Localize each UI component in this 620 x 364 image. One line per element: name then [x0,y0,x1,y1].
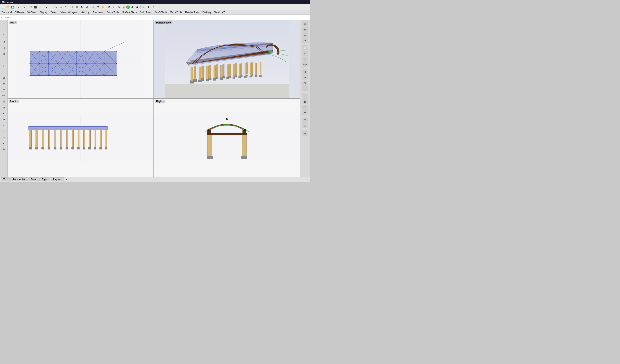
material-icon[interactable]: ◑ [130,5,135,9]
rpanel-cyl-icon[interactable]: ⊙ [302,38,308,43]
viewport-top-label[interactable]: Top ▾ [9,21,17,24]
left-trim-icon[interactable]: ✂ [1,111,7,116]
ortho-icon[interactable]: ∟ [112,5,116,9]
left-text-icon[interactable]: T [1,63,7,68]
left-solid-icon[interactable]: ⬡ [1,45,7,51]
left-analyze-icon[interactable]: ⊛ [1,146,7,152]
viewport-top[interactable]: Top ▾ [8,20,154,99]
window-select-icon[interactable]: ⬛ [33,5,37,9]
zoom-ext-icon[interactable]: ⊡ [96,5,100,9]
open-icon[interactable]: 📂 [6,5,10,9]
circle-icon[interactable]: ○ [59,5,63,9]
rpanel-boolean-int-icon[interactable]: ⋂ [302,81,308,86]
polyline-icon[interactable]: ⌒ [49,5,54,9]
left-mirror-icon[interactable]: ⟺ [1,93,7,98]
viewport-right[interactable]: Right ▾ [154,99,300,177]
rpanel-revolve-icon[interactable]: ↻ [302,110,308,115]
rpanel-cone-icon[interactable]: △ [302,32,308,38]
scale-icon[interactable]: ⇲ [84,5,89,9]
render-icon[interactable]: ◉ [135,5,139,9]
move-icon[interactable]: ✛ [70,5,75,9]
left-move-icon[interactable]: ✛ [1,81,7,86]
menu-subd-tools[interactable]: SubD Tools [153,11,169,14]
color-icon[interactable] [126,5,130,9]
viewport-top-chevron[interactable]: ▾ [15,22,16,24]
viewport-perspective-chevron[interactable]: ▾ [170,22,171,24]
save-icon[interactable]: 💾 [10,5,15,9]
zoom-in-icon[interactable]: 🔍 [91,5,95,9]
rpanel-sphere-icon[interactable]: ◉ [302,27,308,32]
command-input[interactable] [1,16,309,19]
tab-perspective[interactable]: Perspective [10,177,28,181]
menu-drafting[interactable]: Drafting [201,11,212,14]
new-icon[interactable]: 📄 [1,5,5,9]
rpanel-wedge-icon[interactable]: ◺ [302,57,308,62]
rpanel-fillet-edge-icon[interactable]: ⌣ [302,86,308,91]
menu-transform[interactable]: Transform [91,11,105,14]
left-curve-icon[interactable]: ⌒ [1,33,7,39]
left-split-icon[interactable]: ⌇ [1,129,7,134]
copy-icon[interactable]: ⎘ [75,5,79,9]
left-check-icon[interactable]: ✓ [1,140,7,146]
left-block-icon[interactable]: ⊞ [1,75,7,80]
rpanel-loft-icon[interactable]: ⌊⌋ [302,99,308,104]
rotate-icon[interactable]: ↻ [80,5,84,9]
rpanel-cap-icon[interactable]: ⊤ [302,117,308,123]
tab-right[interactable]: Right [39,177,50,181]
undo-icon[interactable]: ↩ [17,5,21,9]
viewport-front-chevron[interactable]: ▾ [16,100,17,102]
help-icon[interactable]: ? [151,5,155,9]
menu-display[interactable]: Display [38,11,49,14]
left-surface-icon[interactable]: ◻ [1,39,7,44]
select-icon[interactable]: ⬚ [28,5,33,9]
left-mesh-icon[interactable]: ⊞ [1,51,7,57]
rpanel-boolean-diff-icon[interactable]: ⊖ [302,75,308,80]
viewport-perspective-label[interactable]: Perspective ▾ [155,21,172,24]
menu-select[interactable]: Select [49,11,59,14]
left-dim-icon[interactable]: ↔ [1,57,7,62]
layer-icon[interactable]: ≡ [141,5,146,9]
menu-solid-tools[interactable]: Solid Tools [138,11,153,14]
menu-cplanes[interactable]: CPlanes [13,11,26,14]
tab-add-button[interactable]: + [64,177,68,181]
viewport-right-chevron[interactable]: ▾ [163,100,164,102]
menu-viewport-layout[interactable]: Viewport Layout [59,11,79,14]
left-point-icon[interactable]: · [1,27,7,33]
lasso-icon[interactable]: 〇 [38,5,42,9]
menu-standard[interactable]: Standard [0,11,13,14]
rpanel-extrude-icon[interactable]: ↑ [302,93,308,99]
viewport-front[interactable]: Front ▾ [8,99,154,177]
snap-icon[interactable]: ⊕ [117,5,121,9]
left-hatch-icon[interactable]: ≡ [1,69,7,74]
left-select-icon[interactable]: ⬚ [1,21,7,27]
viewport-perspective[interactable]: Perspective ▾ [154,20,300,99]
left-array-icon[interactable]: ⊡ [1,105,7,110]
line-icon[interactable]: ╱ [44,5,49,9]
rpanel-extra-icon[interactable]: ⊕ [302,131,308,136]
pan-icon[interactable]: ✋ [101,5,105,9]
left-scale-icon[interactable]: ⇲ [1,99,7,104]
rpanel-cube-icon[interactable]: ⬡ [302,21,308,27]
redo-icon[interactable]: ↪ [22,5,26,9]
menu-setview[interactable]: Set View [26,11,38,14]
left-rotate-icon[interactable]: ↻ [1,87,7,92]
menu-curve-tools[interactable]: Curve Tools [105,11,121,14]
tab-layouts[interactable]: Layouts [51,177,64,181]
rpanel-torus-icon[interactable]: ○ [302,51,308,56]
curve-icon[interactable]: ⌣ [54,5,58,9]
left-join-icon[interactable]: ⊢ [1,134,7,140]
grid-icon[interactable]: ⊞ [107,5,111,9]
rpanel-sweep-icon[interactable]: ⌒ [302,105,308,110]
rpanel-shell-icon[interactable]: ◱ [302,123,308,128]
arc-icon[interactable]: ◠ [63,5,68,9]
menu-render-tools[interactable]: Render Tools [184,11,201,14]
tab-front[interactable]: Front [28,177,39,181]
left-extend-icon[interactable]: ⇔ [1,116,7,122]
menu-mesh-tools[interactable]: Mesh Tools [169,11,184,14]
properties-icon[interactable]: ℹ [146,5,151,9]
lock-icon[interactable]: 🔒 [122,5,126,9]
rpanel-box-icon[interactable]: ⬜ [302,45,308,51]
rpanel-pipe-icon[interactable]: ⊂⊃ [302,62,308,67]
menu-visibility[interactable]: Visibility [79,11,91,14]
rpanel-boolean-union-icon[interactable]: ⋃ [302,69,308,74]
